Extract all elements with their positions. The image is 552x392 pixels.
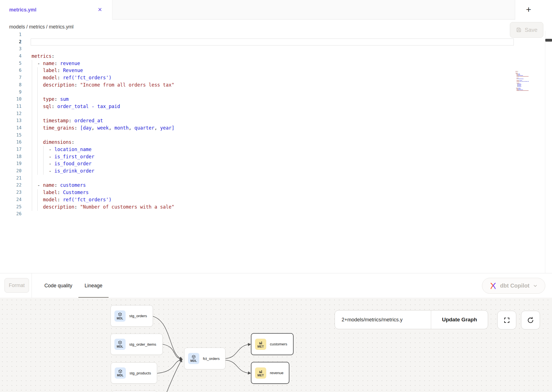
cube-icon <box>118 369 123 374</box>
code-line[interactable]: 1 <box>0 31 515 39</box>
lineage-node-stg_orders[interactable]: MDLstg_orders <box>111 305 153 327</box>
code-line[interactable]: 23 label: Customers <box>0 189 515 196</box>
node-label: revenue <box>270 371 284 375</box>
code-text: description: "Income from all orders les… <box>32 82 174 89</box>
graph-search-control: Update Graph <box>335 310 488 329</box>
code-line[interactable]: 19 - is_food_order <box>0 160 515 168</box>
code-line[interactable]: 16 dimensions: <box>0 139 515 146</box>
refresh-button[interactable] <box>521 311 540 329</box>
code-line[interactable]: 9 <box>0 89 515 96</box>
lineage-node-partial_node[interactable] <box>111 391 158 392</box>
code-line[interactable]: 24 model: ref('fct_orders') <box>0 196 515 204</box>
line-number: 11 <box>0 103 21 110</box>
tab-metrics-yml[interactable]: metrics.yml <box>0 0 112 20</box>
refresh-icon <box>527 316 534 324</box>
line-number: 16 <box>0 139 21 146</box>
code-line[interactable]: 12 <box>0 110 515 118</box>
line-number: 17 <box>0 146 21 153</box>
code-line[interactable]: 15 <box>0 132 515 139</box>
save-floppy-icon <box>516 27 522 33</box>
code-line[interactable]: 6 label: Revenue <box>0 67 515 74</box>
indent-guide <box>37 189 38 211</box>
model-badge: MDL <box>114 339 126 350</box>
line-number: 19 <box>0 160 21 168</box>
line-number: 21 <box>0 175 21 182</box>
code-line[interactable]: 26 <box>0 211 515 218</box>
code-text: sql: order_total - tax_paid <box>32 103 120 110</box>
code-line[interactable]: 18 - is_first_order <box>0 153 515 161</box>
lineage-node-revenue[interactable]: METrevenue <box>251 362 289 384</box>
code-line[interactable]: 25 description: "Number of customers wit… <box>0 204 515 211</box>
code-text: label: Customers <box>32 189 89 196</box>
indent-guide <box>43 146 44 175</box>
lineage-node-fct_orders[interactable]: MDLfct_orders <box>184 348 225 369</box>
line-number: 3 <box>0 46 21 53</box>
tab-bar: metrics.yml ✕ + <box>0 0 552 20</box>
code-line[interactable]: 13 timestamp: ordered_at <box>0 117 515 125</box>
model-badge: MDL <box>115 367 126 379</box>
code-line[interactable]: 8 description: "Income from all orders l… <box>0 82 515 89</box>
line-number: 9 <box>0 89 21 96</box>
line-number: 12 <box>0 110 21 118</box>
tab-lineage[interactable]: Lineage <box>82 273 105 298</box>
code-text: - name: customers <box>32 182 86 189</box>
code-line[interactable]: 11 sql: order_total - tax_paid <box>0 103 515 110</box>
line-number: 24 <box>0 196 21 204</box>
line-number: 22 <box>0 182 21 189</box>
code-line[interactable]: 10 type: sum <box>0 96 515 103</box>
format-button[interactable]: Format <box>4 278 29 293</box>
graph-search-input[interactable] <box>335 310 431 329</box>
minimap[interactable] <box>515 70 532 92</box>
code-text: - is_drink_order <box>32 168 94 175</box>
cube-icon <box>118 340 122 345</box>
code-text: metrics: <box>32 53 54 60</box>
code-line[interactable]: 22 - name: customers <box>0 182 515 189</box>
lineage-node-stg_order_items[interactable]: MDLstg_order_items <box>111 334 163 355</box>
node-label: stg_orders <box>129 314 147 318</box>
lineage-node-stg_products[interactable]: MDLstg_products <box>111 362 157 384</box>
tab-code-quality[interactable]: Code quality <box>41 273 76 298</box>
line-number: 1 <box>0 31 21 39</box>
code-line[interactable]: 21 <box>0 175 515 182</box>
code-text: dimensions: <box>32 139 75 146</box>
line-number: 23 <box>0 189 21 196</box>
code-line[interactable]: 17 - location_name <box>0 146 515 153</box>
code-text: model: ref('fct_orders') <box>32 196 112 204</box>
current-line-highlight <box>31 39 514 46</box>
dbt-copilot-button[interactable]: dbt Copilot <box>482 278 545 294</box>
code-text: description: "Number of customers with a… <box>32 204 174 211</box>
code-text: - name: revenue <box>32 60 80 67</box>
code-editor[interactable]: 12version: 234metrics:5 - name: revenue6… <box>0 31 552 273</box>
update-graph-button[interactable]: Update Graph <box>431 310 488 329</box>
line-number: 13 <box>0 117 21 125</box>
code-line[interactable]: 5 - name: revenue <box>0 60 515 67</box>
save-label: Save <box>525 27 537 33</box>
line-number: 26 <box>0 211 21 218</box>
save-button[interactable]: Save <box>510 22 543 38</box>
code-text: - location_name <box>32 146 92 153</box>
code-line[interactable]: 7 model: ref('fct_orders') <box>0 74 515 82</box>
code-text: - is_first_order <box>32 153 94 161</box>
lineage-node-customers[interactable]: METcustomers <box>251 333 294 355</box>
code-line[interactable]: 4metrics: <box>0 53 515 60</box>
code-line[interactable]: 3 <box>0 46 515 53</box>
node-label: stg_order_items <box>129 342 156 346</box>
copilot-label: dbt Copilot <box>500 283 530 289</box>
tab-strip-empty <box>112 0 515 20</box>
node-label: fct_orders <box>203 357 220 361</box>
code-line[interactable]: 14 time_grains: [day, week, month, quart… <box>0 125 515 132</box>
line-number: 15 <box>0 132 21 139</box>
fullscreen-button[interactable] <box>497 311 516 329</box>
code-line[interactable]: 20 - is_drink_order <box>0 168 515 175</box>
line-number: 8 <box>0 82 21 89</box>
line-number: 7 <box>0 74 21 82</box>
code-line[interactable]: 2version: 2 <box>0 39 515 46</box>
scrollbar-thumb[interactable] <box>545 39 552 42</box>
close-icon[interactable]: ✕ <box>96 6 104 14</box>
fullscreen-icon <box>503 317 510 324</box>
code-text: - is_food_order <box>32 160 92 168</box>
plus-icon[interactable]: + <box>522 3 535 16</box>
model-badge: MDL <box>114 310 126 322</box>
indent-guide <box>32 60 32 211</box>
node-label: stg_products <box>129 371 151 375</box>
